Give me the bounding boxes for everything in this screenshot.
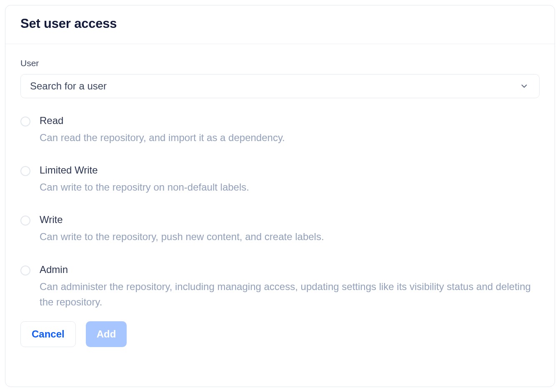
modal-header: Set user access — [5, 5, 555, 44]
role-option-read[interactable]: Read Can read the repository, and import… — [20, 115, 540, 145]
user-select[interactable]: Search for a user — [20, 74, 540, 98]
role-option-admin[interactable]: Admin Can administer the repository, inc… — [20, 264, 540, 310]
modal-body: User Search for a user Read Can read the… — [5, 44, 555, 387]
cancel-button[interactable]: Cancel — [20, 321, 76, 347]
add-button[interactable]: Add — [86, 321, 127, 347]
button-row: Cancel Add — [20, 321, 540, 347]
set-user-access-modal: Set user access User Search for a user R… — [5, 5, 555, 387]
radio-icon — [20, 216, 30, 226]
chevron-down-icon — [518, 80, 530, 92]
radio-icon — [20, 166, 30, 176]
role-title: Admin — [40, 264, 540, 275]
role-text: Admin Can administer the repository, inc… — [40, 264, 540, 310]
role-radio-group: Read Can read the repository, and import… — [20, 115, 540, 310]
user-field-label: User — [20, 58, 540, 68]
role-description: Can administer the repository, including… — [40, 279, 540, 310]
role-description: Can write to the repository, push new co… — [40, 229, 540, 244]
role-text: Read Can read the repository, and import… — [40, 115, 540, 145]
role-text: Limited Write Can write to the repositry… — [40, 164, 540, 195]
role-title: Limited Write — [40, 164, 540, 176]
radio-icon — [20, 117, 30, 127]
modal-title: Set user access — [20, 16, 540, 31]
user-select-placeholder: Search for a user — [30, 80, 107, 92]
role-description: Can write to the repositry on non-defaul… — [40, 179, 540, 195]
role-option-write[interactable]: Write Can write to the repository, push … — [20, 214, 540, 244]
role-title: Write — [40, 214, 540, 226]
role-option-limited-write[interactable]: Limited Write Can write to the repositry… — [20, 164, 540, 195]
role-title: Read — [40, 115, 540, 127]
role-text: Write Can write to the repository, push … — [40, 214, 540, 244]
radio-icon — [20, 265, 30, 275]
role-description: Can read the repository, and import it a… — [40, 130, 540, 145]
